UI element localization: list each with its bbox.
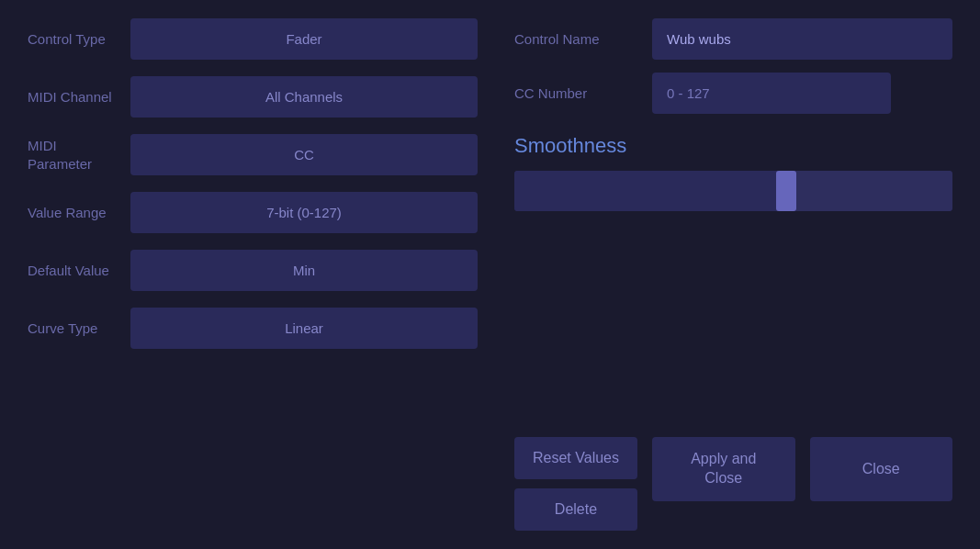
main-container: Control Type Fader MIDI Channel All Chan… [0, 0, 980, 549]
right-top: Control Name CC Number Smoothness [514, 18, 952, 211]
slider-fill [514, 171, 786, 211]
smoothness-section: Smoothness [514, 127, 952, 158]
curve-type-label: Curve Type [28, 319, 119, 338]
default-value-input[interactable]: Min [130, 250, 478, 291]
control-name-label: Control Name [514, 31, 634, 47]
slider-thumb[interactable] [776, 171, 796, 211]
default-value-label: Default Value [28, 262, 119, 280]
control-type-input[interactable]: Fader [130, 18, 478, 60]
midi-channel-row: MIDI Channel All Channels [28, 76, 478, 118]
control-name-row: Control Name [514, 18, 952, 60]
default-value-row: Default Value Min [28, 250, 478, 291]
midi-channel-input[interactable]: All Channels [130, 76, 478, 118]
curve-type-input[interactable]: Linear [130, 308, 478, 349]
right-column: Control Name CC Number Smoothness [514, 18, 952, 531]
value-range-label: Value Range [28, 204, 119, 222]
control-name-field[interactable] [652, 18, 952, 60]
value-range-row: Value Range 7-bit (0-127) [28, 192, 478, 233]
midi-parameter-input[interactable]: CC [130, 134, 478, 175]
apply-and-close-button[interactable]: Apply and Close [652, 437, 795, 501]
cc-number-label: CC Number [514, 85, 634, 101]
midi-channel-label: MIDI Channel [28, 88, 119, 106]
cc-number-field[interactable] [652, 73, 891, 114]
control-type-row: Control Type Fader [28, 18, 478, 60]
smoothness-label: Smoothness [514, 134, 952, 158]
close-button[interactable]: Close [810, 437, 953, 501]
control-type-label: Control Type [28, 30, 119, 49]
midi-parameter-label: MIDI Parameter [28, 137, 119, 173]
delete-button[interactable]: Delete [514, 488, 637, 531]
curve-type-row: Curve Type Linear [28, 308, 478, 349]
left-column: Control Type Fader MIDI Channel All Chan… [28, 18, 478, 531]
value-range-input[interactable]: 7-bit (0-127) [130, 192, 478, 233]
left-buttons: Reset Values Delete [514, 437, 637, 531]
smoothness-slider-container[interactable] [514, 171, 952, 211]
buttons-area: Reset Values Delete Apply and Close Clos… [514, 437, 952, 531]
midi-parameter-row: MIDI Parameter CC [28, 134, 478, 175]
cc-number-row: CC Number [514, 73, 952, 114]
slider-track [514, 171, 952, 211]
reset-values-button[interactable]: Reset Values [514, 437, 637, 479]
slider-right [796, 171, 952, 211]
right-buttons: Apply and Close Close [652, 437, 952, 501]
